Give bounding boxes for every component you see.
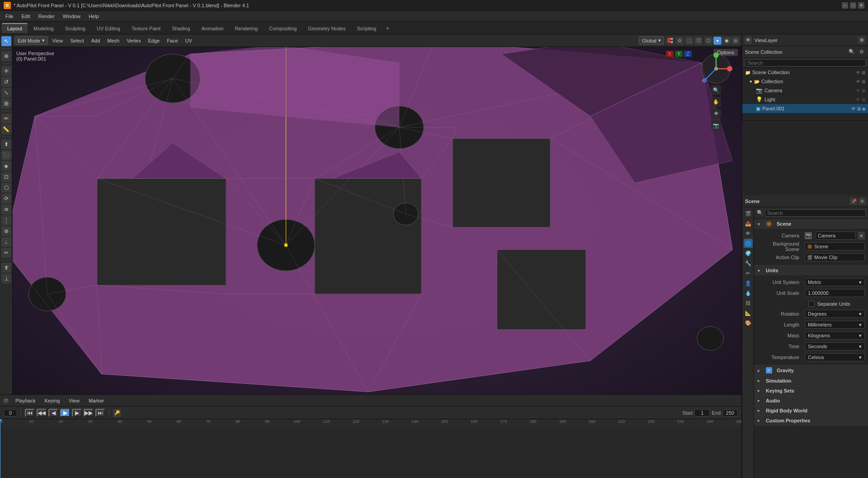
solid-shading-btn[interactable]: ● (713, 37, 722, 45)
mass-select[interactable]: Kilograms ▾ (805, 331, 865, 340)
proportional-edit-button[interactable]: ⊙ (675, 37, 684, 45)
length-select[interactable]: Millimeters ▾ (805, 321, 865, 329)
knife-tool-button[interactable]: 🗡 (1, 263, 11, 273)
simulation-section-collapsed[interactable]: ▸ Simulation (754, 376, 868, 386)
minimize-button[interactable]: ─ (842, 2, 848, 9)
props-tab-render[interactable]: 🎬 (744, 209, 753, 218)
prev-frame-button[interactable]: ◀ (48, 409, 58, 417)
menu-edit[interactable]: Edit (18, 13, 34, 20)
xray-toggle[interactable]: ☐ (694, 37, 703, 45)
gravity-checkbox[interactable]: ✓ (766, 367, 772, 374)
top-right-options-icon[interactable]: ⚙ (858, 37, 865, 44)
tab-modeling[interactable]: Modeling (28, 23, 59, 33)
props-pin-button[interactable]: 📌 (850, 198, 857, 205)
collection-restrict-icon[interactable]: 🖥 (861, 79, 866, 84)
start-frame-input[interactable]: 1 (694, 409, 710, 416)
keying-sets-section-collapsed[interactable]: ▸ Keying Sets (754, 386, 868, 396)
maximize-button[interactable]: □ (850, 2, 856, 9)
tab-scripting[interactable]: Scripting (351, 23, 382, 33)
transform-select[interactable]: Global ▾ (639, 36, 664, 45)
rigid-body-world-section-collapsed[interactable]: ▸ Rigid Body World (754, 406, 868, 416)
props-tab-view-layer[interactable]: 👁 (744, 229, 753, 238)
separate-units-checkbox[interactable] (808, 301, 815, 307)
spin-tool-button[interactable]: ⟳ (1, 194, 11, 204)
audio-section-collapsed[interactable]: ▸ Audio (754, 396, 868, 406)
wireframe-shading-btn[interactable]: ⬡ (704, 37, 712, 45)
tl-playback-menu[interactable]: Playback (13, 397, 38, 404)
close-button[interactable]: ✕ (858, 2, 864, 9)
select-tool-button[interactable]: ↖ (1, 36, 11, 46)
bevel-tool-button[interactable]: ◈ (1, 161, 11, 171)
vp-vertex-menu[interactable]: Vertex (124, 37, 143, 44)
vp-uv-menu[interactable]: UV (183, 37, 195, 44)
zoom-icon[interactable]: 🔍 (711, 85, 721, 95)
next-keyframe-button[interactable]: ▶▶ (84, 409, 94, 417)
unit-scale-value[interactable]: 1.000000 (805, 289, 865, 297)
tl-keying-menu[interactable]: Keying (42, 397, 63, 404)
loop-cut-tool-button[interactable]: ⊡ (1, 172, 11, 182)
menu-window[interactable]: Window (59, 13, 84, 20)
outliner-item-collection[interactable]: ▾ 📂 Collection 👁 🖥 (742, 77, 868, 86)
add-workspace-button[interactable]: + (382, 23, 393, 33)
vp-add-menu[interactable]: Add (89, 37, 103, 44)
annotate-tool-button[interactable]: ✏ (1, 114, 11, 123)
keyframe-type-button[interactable]: 🔑 (113, 409, 121, 417)
cursor-tool-button[interactable]: ⊕ (1, 51, 11, 61)
prev-keyframe-button[interactable]: ◀◀ (37, 409, 47, 417)
props-search-input[interactable] (765, 209, 866, 217)
light-eye-icon[interactable]: 👁 (856, 97, 860, 102)
tab-geometry-nodes[interactable]: Geometry Nodes (302, 23, 351, 33)
props-tab-data[interactable]: 📐 (744, 308, 753, 317)
smooth-tool-button[interactable]: ≋ (1, 204, 11, 214)
menu-help[interactable]: Help (85, 13, 103, 20)
outliner-options-btn[interactable]: ⚙ (858, 48, 866, 56)
light-restrict-icon[interactable]: 🖥 (861, 97, 866, 102)
props-tab-physics[interactable]: 💧 (744, 289, 753, 298)
x-axis-button[interactable]: X (666, 51, 674, 57)
menu-file[interactable]: File (2, 13, 17, 20)
tab-sculpting[interactable]: Sculpting (60, 23, 91, 33)
scale-tool-button[interactable]: ⤡ (1, 88, 11, 98)
collection-eye-icon[interactable]: 👁 (856, 79, 860, 84)
current-frame-display[interactable]: 0 (4, 409, 17, 416)
bisect-tool-button[interactable]: ⊥ (1, 274, 11, 284)
camera-restrict-icon[interactable]: 🖥 (861, 88, 866, 93)
snap-button[interactable]: 🧲 (666, 37, 674, 45)
viewport-gizmo[interactable]: X Y Z (698, 51, 734, 87)
tab-texture-paint[interactable]: Texture Paint (126, 23, 166, 33)
outliner-item-scene-collection[interactable]: 📁 Scene Collection 👁 🖥 (742, 68, 868, 77)
props-options-button[interactable]: ⚙ (859, 198, 866, 205)
outliner-search-input[interactable] (745, 59, 866, 66)
y-axis-button[interactable]: Y (675, 51, 683, 57)
end-frame-input[interactable]: 250 (722, 409, 738, 416)
time-select[interactable]: Seconds ▾ (805, 342, 865, 350)
inset-tool-button[interactable]: ⬛ (1, 150, 11, 160)
extrude-tool-button[interactable]: ⬆ (1, 139, 11, 149)
outliner-item-camera[interactable]: 📷 Camera 👁 🖥 (742, 86, 868, 95)
unit-system-select[interactable]: Metric ▾ (805, 278, 865, 286)
props-tab-modifier[interactable]: ✏ (744, 269, 753, 278)
active-clip-value[interactable]: 🎬 Movie Clip (805, 253, 865, 261)
props-tab-output[interactable]: 📤 (744, 219, 753, 228)
viewport-canvas[interactable]: User Perspective (0) Panel.001 X Y Z Opt… (13, 47, 741, 394)
outliner-item-light[interactable]: 💡 Light 👁 🖥 (742, 95, 868, 104)
rendered-shading-btn[interactable]: ◎ (731, 37, 740, 45)
outliner-item-panel[interactable]: ▣ Panel.001 👁 🖥 ◆ (742, 104, 868, 113)
edit-mode-select[interactable]: Edit Mode ▾ (14, 36, 48, 45)
tab-uv-editing[interactable]: UV Editing (91, 23, 126, 33)
measure-tool-button[interactable]: 📏 (1, 124, 11, 134)
tl-marker-menu[interactable]: Marker (86, 397, 107, 404)
panel-restrict-icon[interactable]: 🖥 (857, 106, 861, 111)
play-button[interactable]: ▶ (60, 409, 70, 417)
vp-edge-menu[interactable]: Edge (145, 37, 162, 44)
props-tab-particles[interactable]: 👤 (744, 279, 753, 288)
custom-properties-section-collapsed[interactable]: ▸ Custom Properties (754, 416, 868, 426)
tl-view-menu[interactable]: View (66, 397, 82, 404)
props-tab-scene[interactable]: 🌐 (744, 239, 753, 248)
shrink-fatten-tool-button[interactable]: ⊛ (1, 226, 11, 236)
tab-rendering[interactable]: Rendering (229, 23, 263, 33)
tab-compositing[interactable]: Compositing (264, 23, 302, 33)
vp-face-menu[interactable]: Face (164, 37, 180, 44)
jump-end-button[interactable]: ⏭ (95, 409, 105, 417)
tab-shading[interactable]: Shading (166, 23, 195, 33)
